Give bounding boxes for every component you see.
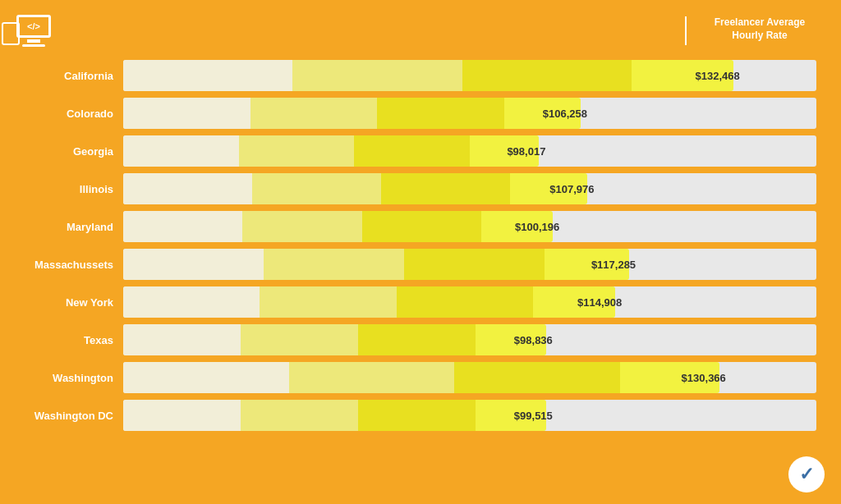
main-title: [66, 18, 685, 44]
bar-fill: $114,908: [123, 286, 615, 318]
bar-fill: $107,976: [123, 173, 587, 204]
multi-bar: [123, 286, 615, 318]
bar-fill: $98,836: [123, 324, 546, 355]
bar-row: New York$114,908: [16, 285, 816, 319]
bar-amount: $117,285: [591, 259, 636, 271]
bar-row: Washington DC$99,515: [16, 398, 816, 433]
bar-row: Massachussets$117,285: [16, 247, 816, 282]
bar-track: $132,468: [123, 60, 816, 91]
bar-label: Massachussets: [16, 259, 123, 271]
bar-label: Colorado: [16, 108, 123, 120]
multi-bar: [123, 249, 629, 280]
bar-fill: $117,285: [123, 249, 629, 280]
bar-fill: $99,515: [123, 400, 546, 431]
bar-row: Illinois$107,976: [16, 172, 816, 206]
brand-badge: ✓: [788, 456, 825, 493]
tablet-icon: [2, 22, 20, 45]
bar-row: Texas$98,836: [16, 323, 816, 357]
multi-bar: [123, 173, 587, 204]
multi-bar: [123, 60, 733, 91]
bar-row: Maryland$100,196: [16, 209, 816, 244]
chart-area: California$132,468Colorado$106,258Georgi…: [16, 58, 816, 433]
bar-track: $107,976: [123, 173, 816, 204]
bar-row: Washington$130,366: [16, 360, 816, 395]
dev-icon: </>: [16, 15, 51, 47]
multi-bar: [123, 324, 546, 355]
title-block: [66, 18, 685, 44]
bar-track: $100,196: [123, 211, 816, 242]
bar-track: $117,285: [123, 249, 816, 280]
bar-label: Maryland: [16, 221, 123, 233]
multi-bar: [123, 211, 553, 242]
bar-amount: $106,258: [543, 108, 587, 120]
bar-row: Georgia$98,017: [16, 134, 816, 168]
header: </> Freelancer AverageHourly Rate: [16, 15, 816, 47]
multi-bar: [123, 400, 546, 431]
bar-amount: $130,366: [682, 372, 726, 384]
bar-fill: $100,196: [123, 211, 553, 242]
bar-track: $130,366: [123, 362, 816, 393]
rate-block: Freelancer AverageHourly Rate: [685, 16, 816, 45]
bar-amount: $99,515: [514, 410, 553, 422]
bar-label: Georgia: [16, 145, 123, 158]
bar-track: $98,017: [123, 135, 816, 167]
bar-track: $98,836: [123, 324, 816, 355]
bar-amount: $114,908: [577, 296, 622, 309]
bar-track: $106,258: [123, 98, 816, 129]
main-container: </> Freelancer AverageHourly Rate Califo…: [0, 0, 841, 504]
bar-track: $99,515: [123, 400, 816, 431]
bar-row: California$132,468: [16, 58, 816, 93]
bar-fill: $106,258: [123, 98, 581, 129]
bar-label: Washington: [16, 372, 123, 384]
bar-fill: $132,468: [123, 60, 733, 91]
multi-bar: [123, 98, 581, 129]
bar-amount: $107,976: [549, 183, 594, 195]
bar-label: California: [16, 70, 123, 82]
bar-amount: $98,017: [507, 145, 545, 158]
bar-label: Illinois: [16, 183, 123, 195]
bar-row: Colorado$106,258: [16, 96, 816, 131]
bar-fill: $130,366: [123, 362, 719, 393]
rate-label: Freelancer AverageHourly Rate: [703, 16, 816, 42]
check-icon: ✓: [799, 464, 814, 485]
bar-fill: $98,017: [123, 135, 539, 167]
multi-bar: [123, 135, 539, 167]
bar-track: $114,908: [123, 286, 816, 318]
bar-amount: $98,836: [514, 334, 553, 346]
bar-label: Washington DC: [16, 410, 123, 422]
multi-bar: [123, 362, 719, 393]
bar-amount: $100,196: [515, 221, 559, 233]
bar-label: New York: [16, 296, 123, 309]
bar-amount: $132,468: [695, 70, 739, 82]
bar-label: Texas: [16, 334, 123, 346]
